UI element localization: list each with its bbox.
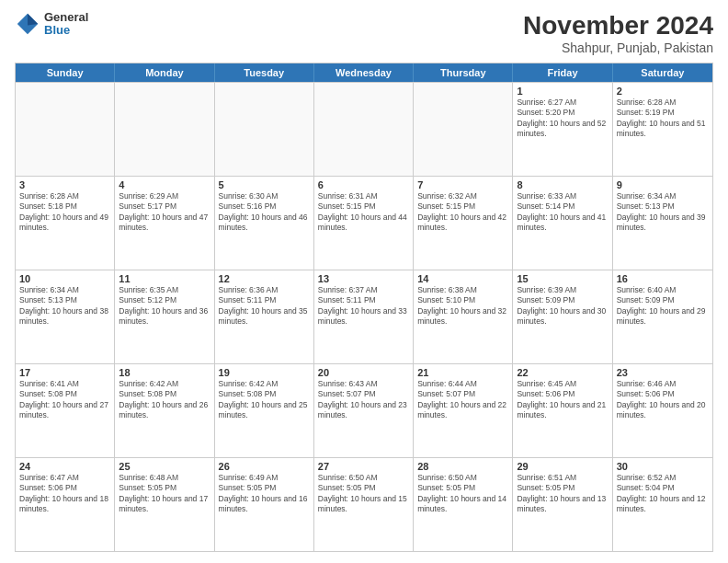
calendar-row-2: 3Sunrise: 6:28 AM Sunset: 5:18 PM Daylig…	[16, 176, 712, 270]
day-number: 26	[219, 461, 310, 472]
day-info: Sunrise: 6:42 AM Sunset: 5:08 PM Dayligh…	[119, 379, 210, 421]
calendar-body: 1Sunrise: 6:27 AM Sunset: 5:20 PM Daylig…	[16, 82, 712, 551]
day-number: 6	[318, 179, 409, 190]
calendar-cell: 10Sunrise: 6:34 AM Sunset: 5:13 PM Dayli…	[16, 270, 115, 363]
calendar: SundayMondayTuesdayWednesdayThursdayFrid…	[15, 63, 713, 552]
calendar-cell	[215, 83, 314, 176]
day-info: Sunrise: 6:28 AM Sunset: 5:18 PM Dayligh…	[19, 191, 110, 234]
day-number: 12	[219, 273, 310, 284]
day-info: Sunrise: 6:43 AM Sunset: 5:07 PM Dayligh…	[318, 379, 409, 421]
calendar-row-3: 10Sunrise: 6:34 AM Sunset: 5:13 PM Dayli…	[16, 270, 712, 363]
day-info: Sunrise: 6:38 AM Sunset: 5:10 PM Dayligh…	[417, 285, 508, 327]
day-number: 23	[617, 367, 709, 378]
calendar-row-4: 17Sunrise: 6:41 AM Sunset: 5:08 PM Dayli…	[16, 363, 712, 457]
calendar-cell: 23Sunrise: 6:46 AM Sunset: 5:06 PM Dayli…	[613, 364, 712, 457]
calendar-cell: 13Sunrise: 6:37 AM Sunset: 5:11 PM Dayli…	[314, 270, 414, 363]
calendar-cell: 7Sunrise: 6:32 AM Sunset: 5:15 PM Daylig…	[414, 177, 513, 270]
calendar-cell: 25Sunrise: 6:48 AM Sunset: 5:05 PM Dayli…	[115, 458, 214, 551]
day-number: 24	[19, 461, 110, 472]
calendar-cell: 3Sunrise: 6:28 AM Sunset: 5:18 PM Daylig…	[16, 177, 115, 270]
calendar-cell: 29Sunrise: 6:51 AM Sunset: 5:05 PM Dayli…	[513, 458, 612, 551]
weekday-header-monday: Monday	[115, 63, 214, 82]
weekday-header-friday: Friday	[513, 63, 612, 82]
page: General Blue November 2024 Shahpur, Punj…	[0, 0, 728, 563]
day-number: 10	[19, 273, 110, 284]
logo: General Blue	[15, 11, 88, 38]
day-info: Sunrise: 6:34 AM Sunset: 5:13 PM Dayligh…	[19, 285, 110, 327]
day-number: 15	[517, 273, 608, 284]
calendar-cell: 12Sunrise: 6:36 AM Sunset: 5:11 PM Dayli…	[215, 270, 314, 363]
calendar-cell: 15Sunrise: 6:39 AM Sunset: 5:09 PM Dayli…	[513, 270, 612, 363]
day-info: Sunrise: 6:30 AM Sunset: 5:16 PM Dayligh…	[219, 191, 310, 234]
day-info: Sunrise: 6:41 AM Sunset: 5:08 PM Dayligh…	[19, 379, 110, 421]
day-info: Sunrise: 6:35 AM Sunset: 5:12 PM Dayligh…	[119, 285, 210, 327]
day-number: 4	[119, 179, 210, 190]
calendar-cell: 30Sunrise: 6:52 AM Sunset: 5:04 PM Dayli…	[613, 458, 712, 551]
calendar-cell	[314, 83, 414, 176]
title-block: November 2024 Shahpur, Punjab, Pakistan	[523, 11, 713, 55]
weekday-header-saturday: Saturday	[613, 63, 712, 82]
day-info: Sunrise: 6:42 AM Sunset: 5:08 PM Dayligh…	[219, 379, 310, 421]
day-info: Sunrise: 6:50 AM Sunset: 5:05 PM Dayligh…	[417, 473, 508, 515]
day-number: 16	[617, 273, 709, 284]
calendar-cell	[414, 83, 513, 176]
day-info: Sunrise: 6:33 AM Sunset: 5:14 PM Dayligh…	[517, 191, 608, 234]
day-number: 13	[318, 273, 409, 284]
day-number: 29	[517, 461, 608, 472]
day-number: 19	[219, 367, 310, 378]
day-info: Sunrise: 6:28 AM Sunset: 5:19 PM Dayligh…	[617, 98, 709, 140]
calendar-row-5: 24Sunrise: 6:47 AM Sunset: 5:06 PM Dayli…	[16, 457, 712, 551]
day-number: 22	[517, 367, 608, 378]
calendar-cell: 2Sunrise: 6:28 AM Sunset: 5:19 PM Daylig…	[613, 83, 712, 176]
day-number: 8	[517, 179, 608, 190]
calendar-header: SundayMondayTuesdayWednesdayThursdayFrid…	[16, 63, 712, 82]
logo-blue: Blue	[44, 24, 88, 37]
day-number: 14	[417, 273, 508, 284]
day-info: Sunrise: 6:34 AM Sunset: 5:13 PM Dayligh…	[617, 191, 709, 234]
calendar-cell: 28Sunrise: 6:50 AM Sunset: 5:05 PM Dayli…	[414, 458, 513, 551]
calendar-cell	[115, 83, 214, 176]
day-info: Sunrise: 6:51 AM Sunset: 5:05 PM Dayligh…	[517, 473, 608, 515]
calendar-cell: 14Sunrise: 6:38 AM Sunset: 5:10 PM Dayli…	[414, 270, 513, 363]
day-number: 21	[417, 367, 508, 378]
day-number: 30	[617, 461, 709, 472]
day-info: Sunrise: 6:49 AM Sunset: 5:05 PM Dayligh…	[219, 473, 310, 515]
logo-text: General Blue	[44, 11, 88, 38]
month-title: November 2024	[523, 11, 713, 40]
day-info: Sunrise: 6:27 AM Sunset: 5:20 PM Dayligh…	[517, 98, 608, 140]
calendar-cell: 27Sunrise: 6:50 AM Sunset: 5:05 PM Dayli…	[314, 458, 414, 551]
svg-marker-1	[28, 14, 38, 26]
day-number: 2	[617, 86, 709, 97]
day-info: Sunrise: 6:29 AM Sunset: 5:17 PM Dayligh…	[119, 191, 210, 234]
day-info: Sunrise: 6:40 AM Sunset: 5:09 PM Dayligh…	[617, 285, 709, 327]
logo-icon	[15, 11, 40, 37]
calendar-cell: 4Sunrise: 6:29 AM Sunset: 5:17 PM Daylig…	[115, 177, 214, 270]
weekday-header-sunday: Sunday	[16, 63, 115, 82]
day-info: Sunrise: 6:36 AM Sunset: 5:11 PM Dayligh…	[219, 285, 310, 327]
weekday-header-tuesday: Tuesday	[215, 63, 314, 82]
day-number: 18	[119, 367, 210, 378]
calendar-cell: 26Sunrise: 6:49 AM Sunset: 5:05 PM Dayli…	[215, 458, 314, 551]
calendar-cell: 16Sunrise: 6:40 AM Sunset: 5:09 PM Dayli…	[613, 270, 712, 363]
day-info: Sunrise: 6:37 AM Sunset: 5:11 PM Dayligh…	[318, 285, 409, 327]
weekday-header-thursday: Thursday	[414, 63, 513, 82]
calendar-cell: 5Sunrise: 6:30 AM Sunset: 5:16 PM Daylig…	[215, 177, 314, 270]
day-info: Sunrise: 6:31 AM Sunset: 5:15 PM Dayligh…	[318, 191, 409, 234]
day-info: Sunrise: 6:39 AM Sunset: 5:09 PM Dayligh…	[517, 285, 608, 327]
calendar-cell: 6Sunrise: 6:31 AM Sunset: 5:15 PM Daylig…	[314, 177, 414, 270]
day-info: Sunrise: 6:32 AM Sunset: 5:15 PM Dayligh…	[417, 191, 508, 234]
calendar-cell: 11Sunrise: 6:35 AM Sunset: 5:12 PM Dayli…	[115, 270, 214, 363]
day-number: 5	[219, 179, 310, 190]
header: General Blue November 2024 Shahpur, Punj…	[15, 11, 713, 55]
calendar-cell: 19Sunrise: 6:42 AM Sunset: 5:08 PM Dayli…	[215, 364, 314, 457]
calendar-cell: 8Sunrise: 6:33 AM Sunset: 5:14 PM Daylig…	[513, 177, 612, 270]
calendar-cell: 17Sunrise: 6:41 AM Sunset: 5:08 PM Dayli…	[16, 364, 115, 457]
calendar-cell: 21Sunrise: 6:44 AM Sunset: 5:07 PM Dayli…	[414, 364, 513, 457]
day-number: 3	[19, 179, 110, 190]
day-number: 17	[19, 367, 110, 378]
day-number: 11	[119, 273, 210, 284]
location-subtitle: Shahpur, Punjab, Pakistan	[523, 40, 713, 55]
calendar-row-1: 1Sunrise: 6:27 AM Sunset: 5:20 PM Daylig…	[16, 82, 712, 176]
day-number: 27	[318, 461, 409, 472]
calendar-cell: 20Sunrise: 6:43 AM Sunset: 5:07 PM Dayli…	[314, 364, 414, 457]
